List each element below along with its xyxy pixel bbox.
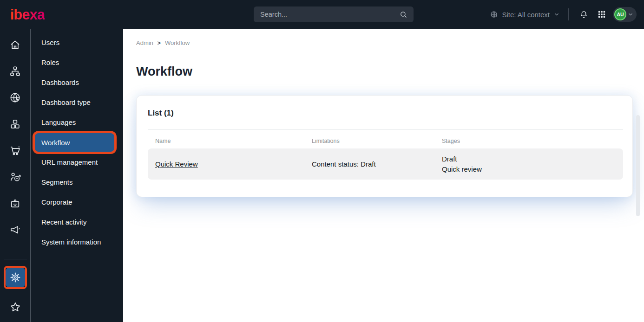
main-content: Admin > Workflow Workflow List (1) Name …	[123, 29, 644, 322]
page-title: Workflow	[136, 64, 633, 79]
rail-item-personalization[interactable]	[0, 164, 31, 190]
global-search[interactable]	[254, 6, 414, 22]
list-count-title: List (1)	[148, 109, 623, 118]
ibexa-logo[interactable]: ibexa	[10, 7, 45, 22]
personalization-target-icon	[9, 171, 21, 183]
vertical-scrollbar-thumb[interactable]	[636, 115, 640, 216]
megaphone-icon	[9, 224, 21, 236]
breadcrumb-separator: >	[158, 40, 161, 46]
column-header-stages: Stages	[434, 138, 623, 144]
breadcrumb: Admin > Workflow	[136, 39, 633, 46]
topbar: ibexa Site: All context	[0, 0, 644, 29]
sidebar-item-system-information[interactable]: System information	[31, 232, 123, 252]
sidebar-item-workflow[interactable]: Workflow	[35, 133, 114, 152]
admin-annotation-box	[4, 266, 27, 289]
avatar: AU	[614, 8, 626, 20]
topbar-divider	[568, 8, 569, 20]
user-menu[interactable]: AU	[613, 7, 637, 22]
rail-separator	[4, 259, 27, 259]
sidebar-item-dashboard-type[interactable]: Dashboard type	[31, 92, 123, 112]
notifications-bell-icon[interactable]	[577, 8, 591, 21]
home-icon	[9, 39, 21, 51]
rail-item-marketing[interactable]	[0, 217, 31, 243]
sidebar-item-users[interactable]: Users	[31, 32, 123, 52]
workflow-stages-cell: Draft Quick review	[434, 154, 623, 174]
settings-gear-icon	[9, 271, 21, 283]
rail-item-bookmarks[interactable]	[0, 294, 31, 320]
rail-item-products[interactable]	[0, 111, 31, 137]
rail-item-commerce[interactable]	[0, 137, 31, 164]
ibexa-admin-workflow-page: { "topbar": { "logo": "ibexa", "search_p…	[0, 0, 644, 322]
column-header-limitations: Limitations	[304, 138, 434, 144]
search-input[interactable]	[260, 11, 399, 18]
admin-sidebar: Users Roles Dashboards Dashboard type La…	[31, 29, 123, 322]
icon-rail	[0, 29, 31, 322]
sidebar-item-segments[interactable]: Segments	[31, 172, 123, 192]
workflow-name-link[interactable]: Quick Review	[155, 160, 198, 168]
bookmarks-star-icon	[9, 301, 22, 314]
sidebar-item-languages[interactable]: Languages	[31, 112, 123, 132]
site-context-switcher[interactable]: Site: All context	[490, 10, 560, 19]
sidebar-item-roles[interactable]: Roles	[31, 52, 123, 72]
product-blocks-icon	[9, 118, 21, 130]
table-row: Quick Review Content status: Draft Draft…	[148, 148, 623, 180]
rail-item-site[interactable]	[0, 84, 31, 111]
rail-item-content-tree[interactable]	[0, 58, 31, 84]
table-header-row: Name Limitations Stages	[148, 138, 623, 144]
breadcrumb-admin[interactable]: Admin	[136, 39, 153, 46]
cart-icon	[9, 144, 21, 157]
chevron-down-icon	[553, 11, 560, 18]
search-icon[interactable]	[399, 10, 408, 19]
globe-cursor-icon	[9, 91, 21, 104]
breadcrumb-workflow[interactable]: Workflow	[165, 39, 190, 46]
site-context-label: Site: All context	[502, 11, 550, 19]
sidebar-item-dashboards[interactable]: Dashboards	[31, 72, 123, 92]
rail-item-home[interactable]	[0, 32, 31, 58]
rail-item-admin-settings[interactable]	[6, 268, 25, 287]
site-globe-icon	[490, 10, 498, 19]
topbar-right-cluster: Site: All context AU	[490, 0, 637, 29]
workflow-limitations-cell: Content status: Draft	[304, 160, 434, 168]
chevron-down-icon	[627, 11, 634, 18]
id-badge-icon	[9, 197, 21, 210]
stage-item: Draft	[442, 154, 623, 164]
sidebar-item-corporate[interactable]: Corporate	[31, 192, 123, 212]
column-header-name: Name	[148, 138, 304, 144]
sidebar-item-recent-activity[interactable]: Recent activity	[31, 212, 123, 232]
sidebar-item-url-management[interactable]: URL management	[31, 152, 123, 172]
content-tree-icon	[9, 65, 21, 77]
rail-item-corporate-accounts[interactable]	[0, 190, 31, 217]
card-divider	[148, 129, 623, 130]
workflow-list-card: List (1) Name Limitations Stages Quick R…	[136, 95, 633, 197]
stage-item: Quick review	[442, 164, 623, 174]
app-grid-icon[interactable]	[595, 8, 608, 21]
